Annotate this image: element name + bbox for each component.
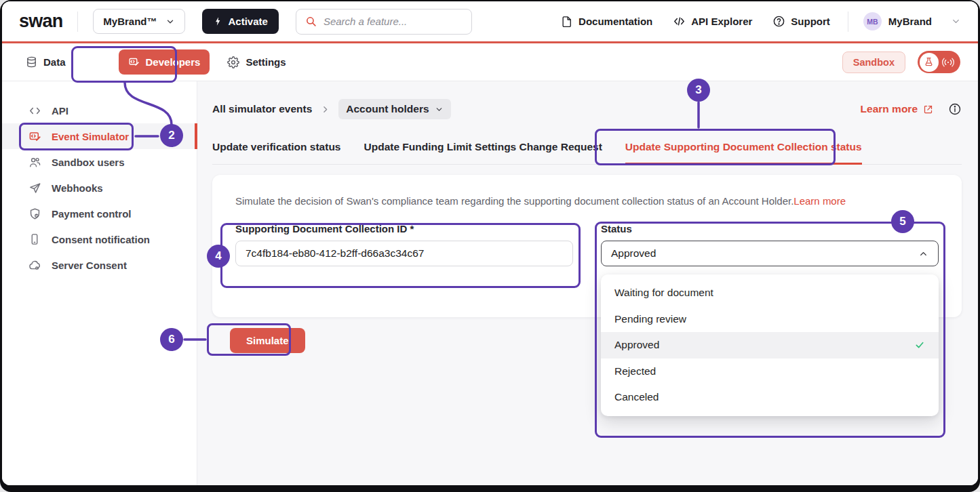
breadcrumb: All simulator events Account holders bbox=[212, 99, 451, 119]
sidebar-server-consent-label: Server Consent bbox=[52, 260, 127, 271]
status-option-waiting[interactable]: Waiting for document bbox=[601, 280, 939, 306]
nav-data-label: Data bbox=[43, 56, 66, 68]
id-field-group: Supporting Document Collection ID * bbox=[235, 223, 573, 266]
api-explorer-label: API Explorer bbox=[691, 16, 752, 27]
documentation-label: Documentation bbox=[579, 16, 652, 27]
top-bar: swan MyBrand™ Activate bbox=[2, 1, 978, 43]
external-link-icon bbox=[923, 104, 933, 115]
activate-button[interactable]: Activate bbox=[202, 9, 279, 34]
chevron-down-icon bbox=[435, 105, 444, 114]
users-icon bbox=[28, 156, 41, 169]
smartphone-icon bbox=[28, 233, 41, 245]
search-icon bbox=[305, 16, 317, 27]
live-signal-icon bbox=[941, 57, 955, 68]
description-learn-more-link[interactable]: Learn more bbox=[793, 195, 846, 207]
sidebar-item-payment-control[interactable]: Payment control bbox=[2, 201, 197, 226]
paper-plane-icon bbox=[28, 182, 41, 194]
account-name: MyBrand bbox=[888, 16, 932, 27]
code-icon bbox=[28, 104, 41, 117]
tab-update-verification-status[interactable]: Update verification status bbox=[212, 132, 341, 164]
simulate-button[interactable]: Simulate bbox=[230, 328, 305, 353]
event-simulator-icon bbox=[28, 130, 41, 143]
check-icon bbox=[914, 340, 925, 350]
breadcrumb-root[interactable]: All simulator events bbox=[212, 103, 312, 115]
api-explorer-link[interactable]: API Explorer bbox=[673, 15, 752, 28]
sidebar-sandbox-users-label: Sandbox users bbox=[52, 157, 125, 168]
chevron-right-icon bbox=[321, 105, 330, 114]
sidebar-payment-control-label: Payment control bbox=[52, 208, 132, 220]
sidebar-item-api[interactable]: API bbox=[2, 98, 197, 123]
nav-item-settings[interactable]: Settings bbox=[227, 56, 286, 68]
sidebar-item-server-consent[interactable]: Server Consent bbox=[2, 252, 197, 278]
status-option-approved[interactable]: Approved bbox=[601, 332, 939, 358]
learn-more-link[interactable]: Learn more bbox=[861, 103, 933, 115]
status-option-rejected[interactable]: Rejected bbox=[601, 358, 939, 385]
chevron-down-icon bbox=[951, 16, 961, 26]
feature-search bbox=[296, 9, 472, 35]
developers-icon bbox=[128, 56, 140, 68]
chevron-down-icon bbox=[165, 17, 175, 26]
swan-logo: swan bbox=[19, 12, 62, 30]
supporting-document-collection-id-input[interactable] bbox=[235, 241, 573, 266]
simulator-form-card: Simulate the decision of Swan's complian… bbox=[212, 175, 962, 317]
status-select-value: Approved bbox=[611, 247, 656, 260]
breadcrumb-current-label: Account holders bbox=[346, 103, 429, 115]
sidebar-item-webhooks[interactable]: Webhooks bbox=[2, 175, 197, 201]
tab-update-supporting-document[interactable]: Update Supporting Document Collection st… bbox=[625, 132, 862, 164]
sidebar-item-event-simulator[interactable]: Event Simulator bbox=[2, 123, 197, 149]
environment-toggle[interactable] bbox=[918, 51, 960, 73]
sandbox-badge: Sandbox bbox=[842, 52, 905, 73]
main-header: All simulator events Account holders Lea… bbox=[212, 99, 962, 119]
chevron-up-icon bbox=[918, 249, 928, 259]
status-dropdown-menu: Waiting for document Pending review Appr… bbox=[601, 274, 939, 416]
status-field-group: Status Approved Waiting for document bbox=[601, 223, 939, 266]
page-body: API Event Simulator Sandbox users bbox=[2, 81, 978, 485]
breadcrumb-current-dropdown[interactable]: Account holders bbox=[338, 99, 450, 119]
form-description-text: Simulate the decision of Swan's complian… bbox=[235, 195, 793, 207]
option-label: Pending review bbox=[614, 313, 686, 325]
sidebar-item-consent-notification[interactable]: Consent notification bbox=[2, 226, 197, 252]
status-option-canceled[interactable]: Canceled bbox=[601, 384, 939, 411]
main-content: All simulator events Account holders Lea… bbox=[197, 81, 978, 485]
tab-bar: Update verification status Update Fundin… bbox=[212, 132, 962, 165]
project-selector-button[interactable]: MyBrand™ bbox=[93, 9, 184, 34]
id-field-label: Supporting Document Collection ID * bbox=[235, 223, 573, 234]
support-label: Support bbox=[791, 16, 830, 27]
divider bbox=[848, 12, 848, 32]
document-icon bbox=[561, 16, 573, 28]
browser-window-frame: swan MyBrand™ Activate bbox=[0, 0, 980, 492]
sidebar-consent-notification-label: Consent notification bbox=[52, 234, 150, 245]
account-menu[interactable]: MB MyBrand bbox=[863, 12, 961, 30]
sidebar-item-sandbox-users[interactable]: Sandbox users bbox=[2, 149, 197, 175]
support-link[interactable]: Support bbox=[772, 15, 830, 28]
status-select[interactable]: Approved bbox=[601, 241, 939, 266]
search-input[interactable] bbox=[324, 16, 463, 27]
tab-update-funding-limit[interactable]: Update Funding Limit Settings Change Req… bbox=[364, 132, 602, 164]
gear-icon bbox=[227, 56, 239, 68]
section-nav: Data Developers Settings Sandbox bbox=[2, 43, 978, 81]
option-label: Approved bbox=[614, 339, 659, 351]
flask-icon bbox=[920, 53, 939, 72]
help-circle-icon bbox=[772, 15, 785, 28]
project-selector-label: MyBrand™ bbox=[103, 16, 157, 27]
form-description: Simulate the decision of Swan's complian… bbox=[235, 195, 939, 207]
info-icon[interactable] bbox=[948, 102, 962, 116]
sidebar: API Event Simulator Sandbox users bbox=[2, 81, 197, 485]
documentation-link[interactable]: Documentation bbox=[561, 16, 652, 28]
sidebar-api-label: API bbox=[52, 105, 68, 117]
status-field-label: Status bbox=[601, 223, 939, 234]
option-label: Waiting for document bbox=[614, 287, 713, 299]
status-option-pending[interactable]: Pending review bbox=[601, 306, 939, 333]
cloud-icon bbox=[28, 259, 41, 272]
avatar: MB bbox=[863, 12, 882, 30]
database-icon bbox=[26, 56, 37, 68]
form-fields: Supporting Document Collection ID * Stat… bbox=[235, 223, 939, 266]
nav-item-developers[interactable]: Developers bbox=[119, 49, 210, 75]
nav-settings-label: Settings bbox=[246, 56, 286, 68]
activate-label: Activate bbox=[229, 16, 268, 27]
divider bbox=[77, 12, 78, 32]
option-label: Rejected bbox=[614, 365, 656, 377]
lightning-bolt-icon bbox=[213, 16, 223, 26]
nav-item-data[interactable]: Data bbox=[26, 56, 66, 68]
code-icon bbox=[673, 15, 686, 28]
